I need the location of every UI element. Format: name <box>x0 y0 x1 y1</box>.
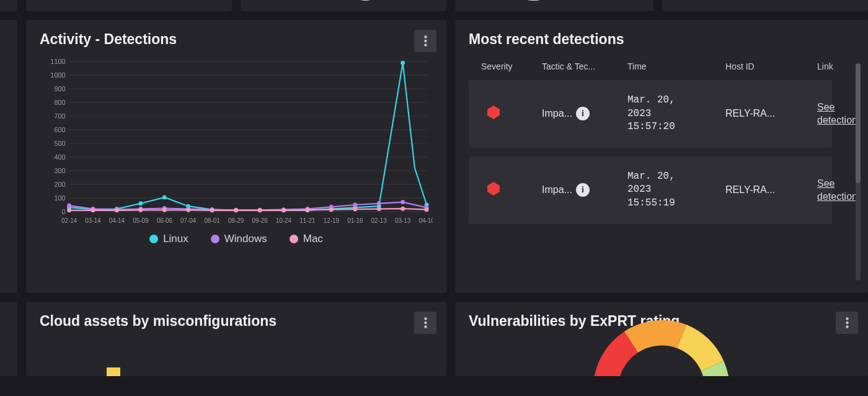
sidebar-sliver <box>0 302 17 376</box>
svg-point-81 <box>210 208 215 212</box>
svg-text:05-09: 05-09 <box>133 217 149 224</box>
col-host: Host ID <box>725 61 812 71</box>
recent-detections-card: Most recent detections Severity Tactic &… <box>455 20 868 293</box>
activity-detections-card: Activity - Detections 010020030040050060… <box>26 20 446 293</box>
detections-rows: Impa... i Mar. 20,202315:57:20 RELY-RA..… <box>469 80 854 224</box>
svg-point-46 <box>138 201 143 205</box>
svg-text:02-13: 02-13 <box>371 217 388 224</box>
more-vertical-icon <box>424 35 427 47</box>
svg-text:300: 300 <box>54 167 65 174</box>
svg-marker-92 <box>487 182 500 196</box>
card-title: Activity - Detections <box>40 31 433 48</box>
svg-point-1 <box>424 40 427 42</box>
svg-point-57 <box>401 61 405 65</box>
chart-legend: Linux Windows Mac <box>40 233 433 245</box>
svg-text:08-01: 08-01 <box>205 217 221 224</box>
tactic-text: Impa... <box>542 108 572 119</box>
svg-point-76 <box>91 208 95 212</box>
svg-text:400: 400 <box>54 153 65 161</box>
svg-point-93 <box>424 317 427 320</box>
svg-point-87 <box>353 207 357 212</box>
svg-point-90 <box>425 207 429 212</box>
svg-point-71 <box>353 203 357 207</box>
svg-point-94 <box>424 322 427 324</box>
svg-text:100: 100 <box>54 194 65 202</box>
svg-text:08-29: 08-29 <box>228 217 244 224</box>
sidebar-sliver <box>0 20 17 293</box>
activity-chart: 01002003004005006007008009001000110002-1… <box>40 58 433 256</box>
svg-text:500: 500 <box>54 140 65 147</box>
more-menu-button[interactable] <box>414 312 436 334</box>
scrollbar[interactable] <box>856 63 861 281</box>
svg-text:03-13: 03-13 <box>395 217 411 224</box>
svg-text:800: 800 <box>54 99 65 106</box>
donut-chart-peek <box>575 302 748 376</box>
cloud-assets-card: Cloud assets by misconfigurations <box>26 302 446 376</box>
metric-card-4: 53/100 <box>662 0 868 11</box>
detections-header: Severity Tactic & Tec... Time Host ID Li… <box>469 58 854 80</box>
metric-card-1: 26 <box>26 0 232 11</box>
tactic-cell: Impa... i <box>542 183 622 197</box>
metric-card-3: 73 <box>455 0 653 11</box>
more-menu-button[interactable] <box>414 30 436 52</box>
svg-marker-91 <box>487 106 500 119</box>
svg-text:600: 600 <box>54 126 65 133</box>
svg-text:11-21: 11-21 <box>299 217 316 224</box>
svg-point-75 <box>67 208 71 212</box>
svg-point-88 <box>377 207 381 211</box>
svg-point-96 <box>846 317 848 320</box>
svg-point-79 <box>162 208 167 212</box>
svg-point-80 <box>186 208 190 212</box>
legend-dot <box>290 235 298 243</box>
legend-item-linux[interactable]: Linux <box>149 233 188 245</box>
time-cell: Mar. 20,202315:57:20 <box>627 94 720 134</box>
sidebar-sliver <box>0 0 17 11</box>
svg-point-82 <box>234 208 238 212</box>
svg-point-78 <box>138 208 143 212</box>
severity-hexagon-icon <box>486 181 501 196</box>
table-row[interactable]: Impa... i Mar. 20,202315:57:20 RELY-RA..… <box>469 80 832 148</box>
svg-text:700: 700 <box>54 112 65 120</box>
legend-item-windows[interactable]: Windows <box>211 233 267 245</box>
time-cell: Mar. 20,202315:55:19 <box>627 170 720 210</box>
more-vertical-icon <box>846 317 849 328</box>
see-detection-link[interactable]: Seedetection <box>817 178 857 202</box>
severity-hexagon-icon <box>486 105 501 120</box>
svg-text:1000: 1000 <box>50 71 65 79</box>
svg-point-89 <box>401 207 405 211</box>
info-icon[interactable]: i <box>576 183 590 197</box>
tactic-text: Impa... <box>542 184 572 196</box>
svg-text:03-14: 03-14 <box>85 217 101 224</box>
svg-point-85 <box>305 208 309 212</box>
col-severity: Severity <box>481 61 537 71</box>
more-menu-button[interactable] <box>836 312 858 334</box>
svg-point-97 <box>846 322 848 324</box>
svg-point-98 <box>846 325 848 328</box>
col-tactic: Tactic & Tec... <box>542 61 622 71</box>
info-icon[interactable]: i <box>576 107 590 120</box>
scrollbar-thumb[interactable] <box>856 63 861 183</box>
severity-cell <box>481 181 537 199</box>
legend-label: Windows <box>224 233 267 245</box>
card-title: Most recent detections <box>469 31 854 48</box>
severity-cell <box>481 105 537 122</box>
legend-item-mac[interactable]: Mac <box>290 233 323 245</box>
svg-point-83 <box>258 208 262 212</box>
svg-point-72 <box>377 201 381 205</box>
line-chart-svg: 01002003004005006007008009001000110002-1… <box>40 58 433 225</box>
svg-text:0: 0 <box>62 208 66 215</box>
svg-text:900: 900 <box>54 85 65 92</box>
svg-point-73 <box>401 200 405 204</box>
legend-dot <box>149 235 158 243</box>
svg-point-0 <box>424 35 427 38</box>
table-row[interactable]: Impa... i Mar. 20,202315:55:19 RELY-RA..… <box>469 156 832 224</box>
tactic-cell: Impa... i <box>542 107 622 120</box>
legend-label: Linux <box>163 233 188 245</box>
col-time: Time <box>627 61 720 71</box>
svg-text:12-19: 12-19 <box>324 217 340 224</box>
svg-text:09-26: 09-26 <box>252 217 268 224</box>
svg-point-84 <box>281 208 286 212</box>
card-title: Cloud assets by misconfigurations <box>40 313 433 330</box>
see-detection-link[interactable]: Seedetection <box>817 102 857 126</box>
more-vertical-icon <box>424 317 427 328</box>
